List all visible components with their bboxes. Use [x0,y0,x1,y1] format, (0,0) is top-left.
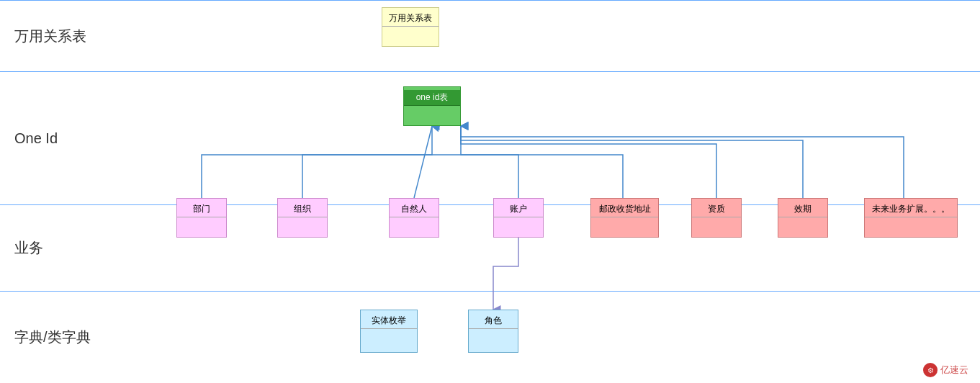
box-zhanghu-title: 账户 [494,202,543,217]
section-oneid: One Id [0,72,980,205]
box-zizhi-title: 资质 [692,202,741,217]
box-ziran: 自然人 [389,198,439,238]
box-oneid: one id表 [403,86,461,126]
box-bumen-title: 部门 [177,202,226,217]
box-jiaose: 角色 [468,310,518,353]
section-yewu: 业务 [0,205,980,292]
box-zizhi: 资质 [691,198,742,238]
logo-text: 亿速云 [940,364,968,377]
box-shiti-title: 实体枚举 [361,313,417,329]
box-shiti: 实体枚举 [360,310,418,353]
box-zuzhi: 组织 [277,198,328,238]
section-label-yewu: 业务 [0,238,115,258]
box-youzheng-title: 邮政收货地址 [591,202,658,217]
section-label-wanyong: 万用关系表 [0,27,115,46]
box-oneid-body [404,106,460,125]
box-ziran-title: 自然人 [390,202,439,217]
box-wanyong-title: 万用关系表 [382,11,439,27]
box-zhanghu: 账户 [493,198,544,238]
box-wanyong: 万用关系表 [382,7,439,47]
box-zuzhi-title: 组织 [278,202,327,217]
box-jiaose-title: 角色 [469,313,518,329]
box-weilai: 未来业务扩展。。。 [864,198,958,238]
logo: ⚙ 亿速云 [923,363,968,377]
logo-icon: ⚙ [923,363,938,377]
box-oneid-title: one id表 [404,90,460,106]
box-youzheng: 邮政收货地址 [590,198,659,238]
box-bumen: 部门 [176,198,227,238]
box-xiaqi-title: 效期 [778,202,827,217]
section-label-zidian: 字典/类字典 [0,328,115,347]
box-weilai-title: 未来业务扩展。。。 [865,202,957,217]
section-label-oneid: One Id [0,130,115,147]
box-wanyong-body [382,27,439,46]
section-wanyong: 万用关系表 [0,0,980,72]
box-xiaqi: 效期 [778,198,828,238]
